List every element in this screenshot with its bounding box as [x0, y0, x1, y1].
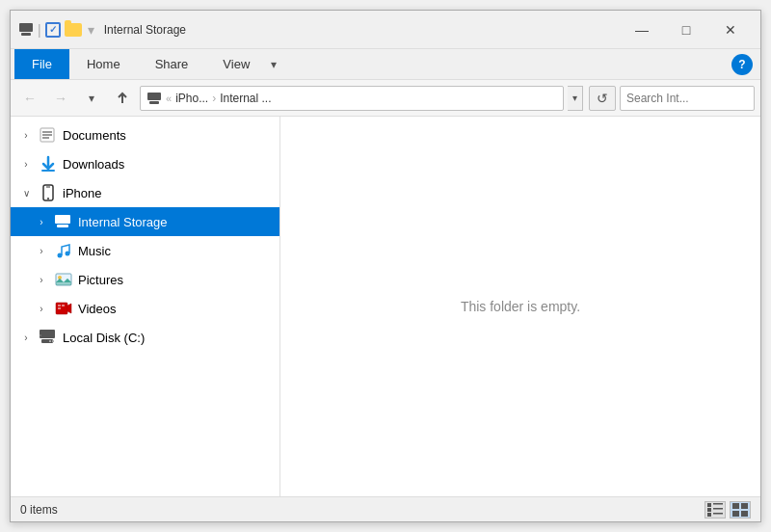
svg-rect-26 — [52, 340, 54, 342]
dropdown-button[interactable]: ▾ — [78, 86, 105, 111]
title-bar-icons: | ✓ ▾ — [18, 22, 96, 38]
title-check-icon: ✓ — [45, 22, 61, 38]
svg-rect-20 — [58, 305, 61, 306]
svg-rect-24 — [41, 339, 53, 343]
svg-point-14 — [58, 253, 63, 258]
expand-internal-storage-icon[interactable]: › — [34, 214, 49, 229]
file-explorer-window: | ✓ ▾ Internal Storage — □ ✕ File Home S… — [10, 10, 761, 522]
sidebar-item-music[interactable]: › Music — [11, 236, 279, 265]
svg-rect-34 — [732, 503, 739, 509]
close-button[interactable]: ✕ — [708, 15, 753, 44]
path-folder-label: Internal ... — [220, 92, 271, 105]
tab-share[interactable]: Share — [138, 49, 206, 79]
minimize-button[interactable]: — — [620, 15, 664, 44]
svg-rect-1 — [21, 33, 31, 36]
svg-rect-35 — [741, 503, 748, 509]
expand-documents-icon[interactable]: › — [18, 127, 34, 143]
internal-storage-label: Internal Storage — [78, 215, 168, 229]
svg-point-15 — [66, 252, 70, 256]
title-separator-1: | — [38, 22, 41, 38]
sidebar-item-internal-storage[interactable]: › Internal Storage — [11, 207, 279, 236]
svg-rect-30 — [707, 508, 711, 512]
help-button[interactable]: ? — [731, 54, 753, 75]
svg-rect-0 — [19, 23, 33, 32]
svg-rect-28 — [707, 503, 711, 507]
title-bar: | ✓ ▾ Internal Storage — □ ✕ — [11, 11, 760, 49]
search-box: 🔍 — [620, 86, 755, 111]
iphone-icon — [39, 185, 58, 200]
title-drive-icon — [18, 22, 34, 38]
maximize-button[interactable]: □ — [664, 15, 708, 44]
downloads-icon — [39, 156, 58, 172]
expand-music-icon[interactable]: › — [34, 243, 49, 258]
content-area: This folder is empty. — [280, 117, 760, 496]
tab-home[interactable]: Home — [69, 49, 138, 79]
sidebar-item-local-disk[interactable]: › Local Disk (C:) — [11, 323, 279, 352]
sidebar-item-videos[interactable]: › Videos — [11, 294, 279, 323]
forward-button[interactable]: → — [47, 86, 74, 111]
svg-rect-32 — [707, 513, 711, 517]
expand-pictures-icon[interactable]: › — [34, 272, 49, 287]
address-dropdown-button[interactable]: ▾ — [568, 86, 583, 111]
svg-rect-36 — [732, 511, 739, 517]
sidebar-item-downloads[interactable]: › Downloads — [11, 149, 279, 178]
status-bar: 0 items — [11, 496, 760, 521]
empty-folder-message: This folder is empty. — [461, 299, 580, 314]
sidebar-tree: › Documents › — [11, 117, 279, 496]
address-bar: ← → ▾ « iPhо... › Internal ... ▾ ↺ 🔍 — [11, 80, 760, 117]
svg-rect-31 — [713, 508, 723, 510]
pictures-label: Pictures — [78, 273, 123, 287]
documents-icon — [39, 127, 58, 143]
path-drive-label: iPhо... — [175, 92, 208, 105]
downloads-label: Downloads — [63, 157, 124, 172]
tab-view[interactable]: View — [205, 49, 267, 79]
items-count: 0 items — [20, 503, 58, 517]
up-button[interactable] — [109, 86, 136, 111]
window-title: Internal Storage — [104, 23, 620, 37]
sidebar-item-iphone[interactable]: ∨ iPhone — [11, 178, 279, 207]
main-area: › Documents › — [11, 117, 760, 496]
title-folder-icon — [65, 23, 82, 37]
svg-rect-12 — [55, 215, 70, 224]
videos-icon — [54, 301, 73, 316]
music-icon — [54, 243, 73, 258]
svg-rect-2 — [147, 93, 161, 100]
status-right — [705, 501, 751, 519]
internal-storage-icon — [54, 214, 73, 229]
expand-videos-icon[interactable]: › — [34, 301, 49, 316]
ribbon: File Home Share View ▾ ? — [11, 49, 760, 80]
sidebar-item-documents[interactable]: › Documents — [11, 120, 279, 149]
music-label: Music — [78, 244, 111, 258]
svg-rect-21 — [58, 307, 61, 309]
address-path[interactable]: « iPhо... › Internal ... — [140, 86, 564, 111]
back-button[interactable]: ← — [16, 86, 43, 111]
svg-rect-29 — [713, 503, 723, 505]
sidebar-item-pictures[interactable]: › Pictures — [11, 265, 279, 294]
svg-rect-23 — [40, 330, 55, 338]
videos-label: Videos — [78, 302, 117, 316]
expand-local-disk-icon[interactable]: › — [18, 330, 34, 345]
documents-label: Documents — [63, 128, 126, 143]
ribbon-tabs: File Home Share View ▾ ? — [11, 49, 760, 79]
pictures-icon — [54, 272, 73, 287]
local-disk-icon — [39, 330, 58, 345]
path-separator-2: › — [212, 92, 216, 105]
search-input[interactable] — [626, 92, 771, 105]
title-separator-2: ▾ — [88, 22, 94, 38]
iphone-label: iPhone — [63, 186, 101, 200]
path-separator-1: « — [166, 93, 172, 104]
details-view-button[interactable] — [705, 501, 726, 519]
svg-point-10 — [47, 198, 49, 200]
svg-rect-3 — [149, 101, 159, 104]
svg-rect-22 — [62, 305, 65, 306]
ribbon-chevron-icon[interactable]: ▾ — [267, 54, 280, 75]
refresh-button[interactable]: ↺ — [589, 86, 616, 111]
tab-file[interactable]: File — [14, 49, 69, 79]
expand-downloads-icon[interactable]: › — [18, 156, 34, 172]
svg-rect-13 — [57, 225, 68, 227]
sidebar: › Documents › — [11, 117, 280, 496]
large-icons-view-button[interactable] — [730, 501, 751, 519]
local-disk-label: Local Disk (C:) — [63, 331, 145, 345]
svg-rect-25 — [49, 340, 51, 342]
expand-iphone-icon[interactable]: ∨ — [18, 185, 34, 200]
